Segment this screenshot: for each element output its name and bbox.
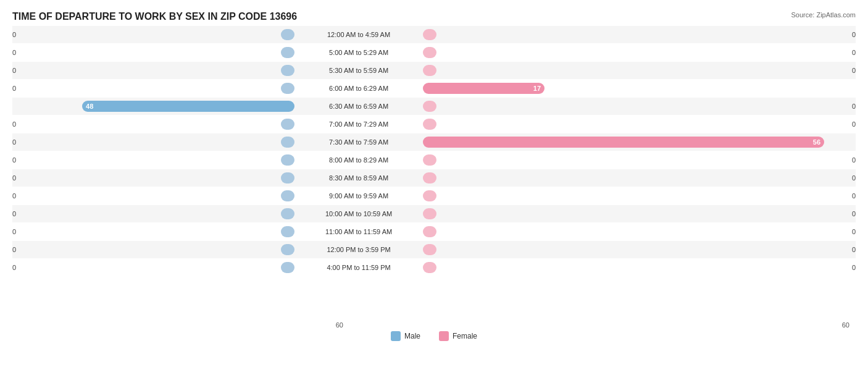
left-section: 0 <box>12 136 297 148</box>
female-bar-container <box>423 243 849 256</box>
female-bar <box>423 47 436 58</box>
male-bar <box>281 47 294 58</box>
male-bar-container <box>19 46 294 59</box>
left-section: 0 <box>12 46 297 59</box>
male-bar <box>281 154 294 166</box>
female-bar-container <box>423 172 849 184</box>
chart-row: 0 7:00 AM to 7:29 AM 0 <box>12 116 856 133</box>
male-bar <box>281 83 294 94</box>
right-section: 0 <box>420 208 856 220</box>
female-value-outside: 0 <box>852 120 856 128</box>
right-section: 0 <box>420 100 856 112</box>
right-section: 0 <box>420 261 856 274</box>
male-bar <box>281 65 294 76</box>
right-section: 0 <box>420 172 856 184</box>
left-section: 0 <box>12 28 297 41</box>
axis-right-label: 60 <box>469 321 856 329</box>
male-bar <box>281 119 294 130</box>
female-color-swatch <box>439 331 449 341</box>
chart-row: 0 8:30 AM to 8:59 AM 0 <box>12 169 856 187</box>
male-bar-container <box>19 118 294 130</box>
male-bar-container <box>19 208 294 220</box>
male-value-outside: 0 <box>12 31 16 38</box>
male-bar <box>281 137 294 148</box>
female-value-outside: 0 <box>852 228 856 235</box>
female-bar-value: 17 <box>533 85 541 92</box>
male-bar <box>281 226 294 237</box>
chart-row: 0 6:00 AM to 6:29 AM 17 <box>12 80 856 97</box>
right-section: 0 <box>420 118 856 130</box>
female-bar <box>423 190 436 201</box>
axis-row: 60 60 <box>12 321 856 329</box>
male-bar-container <box>19 261 294 274</box>
female-value-outside: 0 <box>852 156 856 164</box>
right-section: 0 <box>420 64 856 77</box>
time-label: 6:30 AM to 6:59 AM <box>297 103 420 110</box>
female-bar <box>423 154 436 166</box>
left-section: 0 <box>12 190 297 202</box>
time-label: 9:00 AM to 9:59 AM <box>297 192 420 200</box>
male-bar-container <box>19 28 294 41</box>
female-label: Female <box>453 332 477 340</box>
female-bar <box>423 244 436 255</box>
female-bar <box>423 172 436 184</box>
chart-row: 0 12:00 PM to 3:59 PM 0 <box>12 241 856 258</box>
female-bar: 56 <box>423 137 824 148</box>
right-section: 0 <box>420 154 856 166</box>
female-bar-container <box>423 100 849 112</box>
male-bar-container <box>19 136 294 148</box>
female-bar-container: 56 <box>423 136 856 148</box>
male-value-outside: 0 <box>12 138 16 146</box>
chart-row: 0 12:00 AM to 4:59 AM 0 <box>12 26 856 43</box>
male-bar <box>281 262 294 273</box>
female-bar: 17 <box>423 83 545 94</box>
male-bar-container <box>19 82 294 95</box>
male-bar <box>281 190 294 201</box>
female-value-outside: 0 <box>852 210 856 217</box>
male-value-outside: 0 <box>12 264 16 271</box>
male-bar <box>281 29 294 40</box>
female-value-outside: 0 <box>852 67 856 74</box>
female-bar-container <box>423 226 849 238</box>
time-label: 7:30 AM to 7:59 AM <box>297 138 420 146</box>
time-label: 12:00 PM to 3:59 PM <box>297 246 420 253</box>
left-section: 0 <box>12 261 297 274</box>
time-label: 8:00 AM to 8:29 AM <box>297 156 420 164</box>
male-bar-container <box>19 226 294 238</box>
female-bar-container <box>423 190 849 202</box>
male-bar-container <box>19 243 294 256</box>
right-section: 17 <box>420 82 856 95</box>
left-section: 0 <box>12 118 297 130</box>
male-value-outside: 0 <box>12 120 16 128</box>
male-value-outside: 0 <box>12 192 16 200</box>
male-bar-container <box>19 64 294 77</box>
chart-row: 0 5:30 AM to 5:59 AM 0 <box>12 62 856 79</box>
right-section: 0 <box>420 190 856 202</box>
legend-female: Female <box>439 331 477 341</box>
right-section: 56 <box>420 136 856 148</box>
female-bar <box>423 262 436 273</box>
time-label: 6:00 AM to 6:29 AM <box>297 85 420 92</box>
female-bar-container <box>423 154 849 166</box>
legend-male: Male <box>391 331 420 341</box>
chart-row: 0 7:30 AM to 7:59 AM 56 <box>12 133 856 151</box>
female-bar-container <box>423 261 849 274</box>
female-bar-container <box>423 208 849 220</box>
chart-row: 0 8:00 AM to 8:29 AM 0 <box>12 151 856 169</box>
male-value-outside: 0 <box>12 67 16 74</box>
male-bar-container <box>19 172 294 184</box>
female-value-outside: 0 <box>852 192 856 200</box>
male-bar-container: 48 <box>12 100 294 112</box>
male-color-swatch <box>391 331 401 341</box>
time-label: 4:00 PM to 11:59 PM <box>297 264 420 271</box>
left-section: 0 <box>12 172 297 184</box>
male-bar-container <box>19 154 294 166</box>
female-value-outside: 0 <box>852 264 856 271</box>
female-bar-container <box>423 28 849 41</box>
female-bar-container: 17 <box>423 82 856 95</box>
legend: Male Female <box>12 331 856 341</box>
right-section: 0 <box>420 226 856 238</box>
time-label: 11:00 AM to 11:59 AM <box>297 228 420 235</box>
chart-title: TIME OF DEPARTURE TO WORK BY SEX IN ZIP … <box>12 11 856 22</box>
chart-row: 0 5:00 AM to 5:29 AM 0 <box>12 44 856 61</box>
